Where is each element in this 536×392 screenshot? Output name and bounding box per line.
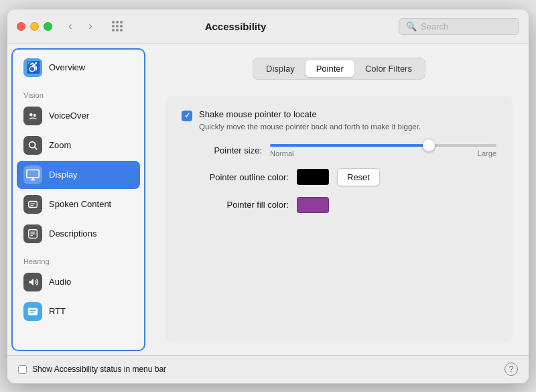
- audio-icon: [23, 273, 42, 291]
- sidebar-rtt-label: RTT: [49, 306, 66, 316]
- shake-text-block: Shake mouse pointer to locate Quickly mo…: [199, 109, 421, 132]
- window-title: Accessibility: [72, 21, 399, 32]
- sidebar-item-zoom[interactable]: Zoom: [17, 131, 140, 159]
- slider-thumb[interactable]: [423, 139, 435, 151]
- sidebar-item-spoken-content[interactable]: Spoken Content: [17, 190, 140, 218]
- vision-section-label: Vision: [17, 83, 140, 102]
- search-icon: 🔍: [406, 21, 417, 31]
- check-icon: ✓: [184, 111, 190, 120]
- titlebar: ‹ › Accessibility 🔍 Search: [7, 9, 529, 44]
- svg-rect-6: [27, 170, 39, 178]
- outline-color-label: Pointer outline color:: [182, 172, 289, 182]
- search-placeholder: Search: [421, 21, 448, 31]
- traffic-lights: [17, 22, 52, 31]
- tab-color-filters[interactable]: Color Filters: [354, 60, 423, 77]
- outline-color-swatch[interactable]: [297, 169, 329, 185]
- panel: Display Pointer Color Filters ✓ Shake mo…: [149, 44, 529, 355]
- sidebar-overview-label: Overview: [49, 62, 85, 72]
- sidebar-item-overview[interactable]: ♿ Overview: [17, 54, 140, 82]
- slider-labels: Normal Large: [270, 149, 496, 157]
- sidebar-spoken-label: Spoken Content: [49, 199, 111, 209]
- svg-point-1: [29, 113, 33, 116]
- reset-button[interactable]: Reset: [337, 168, 380, 186]
- outline-color-row: Pointer outline color: Reset: [182, 168, 496, 186]
- hearing-section-label: Hearing: [17, 249, 140, 268]
- slider-track[interactable]: [270, 144, 496, 147]
- main-content: ♿ Overview Vision VoiceOver: [7, 44, 529, 355]
- tab-display[interactable]: Display: [255, 60, 306, 77]
- display-icon: [23, 166, 42, 184]
- slider-fill: [270, 144, 429, 147]
- sidebar-item-audio[interactable]: Audio: [17, 268, 140, 296]
- zoom-icon: [23, 136, 42, 155]
- svg-rect-20: [28, 308, 38, 315]
- tab-pointer[interactable]: Pointer: [306, 60, 354, 77]
- sidebar-item-display[interactable]: Display: [17, 161, 140, 189]
- sidebar-zoom-label: Zoom: [49, 140, 71, 150]
- status-label: Show Accessibility status in menu bar: [32, 365, 166, 374]
- minimize-button[interactable]: [30, 22, 39, 31]
- pointer-size-row: Pointer size: Normal Large: [182, 144, 496, 157]
- sidebar-item-rtt[interactable]: RTT: [17, 298, 140, 326]
- shake-checkbox[interactable]: ✓: [182, 111, 192, 121]
- sidebar: ♿ Overview Vision VoiceOver: [11, 48, 145, 351]
- tabs: Display Pointer Color Filters: [253, 58, 425, 80]
- bottom-bar: Show Accessibility status in menu bar ?: [7, 355, 529, 383]
- fill-color-swatch[interactable]: [297, 197, 329, 213]
- sidebar-item-descriptions[interactable]: Descriptions: [17, 220, 140, 248]
- pointer-size-label: Pointer size:: [182, 145, 262, 155]
- shake-label: Shake mouse pointer to locate: [199, 109, 421, 119]
- overview-icon: ♿: [23, 58, 42, 77]
- status-checkbox-row: Show Accessibility status in menu bar: [18, 365, 166, 374]
- svg-rect-3: [27, 139, 39, 151]
- voiceover-icon: [23, 107, 42, 125]
- window: ‹ › Accessibility 🔍 Search ♿ Overview Vi…: [7, 9, 529, 384]
- sidebar-item-voiceover[interactable]: VoiceOver: [17, 102, 140, 130]
- status-checkbox[interactable]: [18, 365, 27, 374]
- fill-color-row: Pointer fill color:: [182, 197, 496, 213]
- search-bar[interactable]: 🔍 Search: [399, 18, 519, 35]
- shake-checkbox-row: ✓ Shake mouse pointer to locate Quickly …: [182, 109, 496, 132]
- descriptions-icon: [23, 224, 42, 243]
- sidebar-display-label: Display: [49, 170, 78, 180]
- slider-min-label: Normal: [270, 149, 293, 157]
- help-button[interactable]: ?: [505, 363, 518, 376]
- content-area: ✓ Shake mouse pointer to locate Quickly …: [165, 96, 513, 342]
- sidebar-voiceover-label: VoiceOver: [49, 111, 89, 121]
- svg-point-0: [27, 110, 38, 121]
- shake-description: Quickly move the mouse pointer back and …: [199, 121, 421, 132]
- sidebar-descriptions-label: Descriptions: [49, 228, 97, 239]
- pointer-size-slider-container: Normal Large: [270, 144, 496, 157]
- sidebar-audio-label: Audio: [49, 277, 71, 287]
- close-button[interactable]: [17, 22, 25, 31]
- fill-color-label: Pointer fill color:: [182, 200, 289, 210]
- spoken-content-icon: [23, 195, 42, 214]
- slider-max-label: Large: [478, 149, 496, 157]
- maximize-button[interactable]: [44, 22, 52, 31]
- svg-point-2: [34, 113, 36, 117]
- rtt-icon: [23, 302, 42, 321]
